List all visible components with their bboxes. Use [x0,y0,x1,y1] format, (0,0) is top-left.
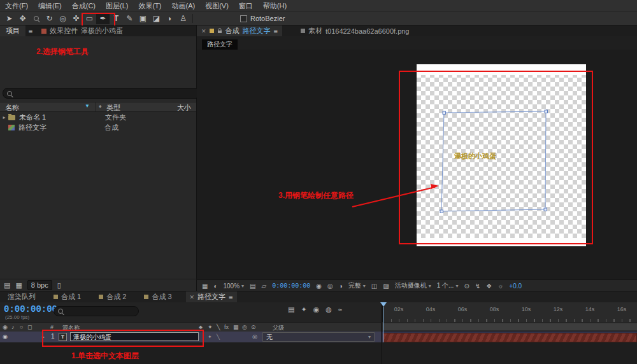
exposure-icon[interactable]: ☼ [497,283,503,290]
column-size[interactable]: 大小 [177,103,191,113]
eraser-tool-icon[interactable]: ◪ [150,13,163,24]
project-footer: ▤ ▦ 8 bpc ▯ [0,279,200,291]
channels-icon[interactable]: ◑ [339,283,343,290]
pixel-aspect-icon[interactable]: ⊙ [464,283,469,290]
panel-menu-icon[interactable]: ≡ [25,27,36,35]
brush-tool-icon[interactable]: ✎ [123,13,136,24]
tab-footage[interactable]: 素材 t0164224baa62a6600f.png [296,25,414,36]
grid-options-icon[interactable]: ▦ [202,283,208,290]
rotobrush-tool-icon[interactable]: ◗ [163,13,176,24]
sort-arrow-icon[interactable]: ▼ [85,103,90,109]
pickwhip-icon[interactable]: ◎ [252,333,257,340]
tab-render-queue[interactable]: 渲染队列 [4,291,39,302]
ruler-label: 02s [394,306,404,312]
eye-icon[interactable]: ◉ [3,333,8,340]
roi-icon[interactable]: ◫ [371,283,377,290]
column-name[interactable]: 名称 [5,103,19,113]
camera-tool-icon[interactable]: ◎ [56,13,69,24]
panel-menu-icon[interactable]: ≡ [274,27,278,35]
selection-tool-icon[interactable]: ➤ [3,13,16,24]
trash-icon[interactable]: ▯ [57,281,61,290]
close-icon[interactable]: ✕ [201,28,206,34]
layer-duration-bar[interactable] [383,333,637,342]
resolution-select[interactable]: 完整▾ [348,281,366,290]
camera-select[interactable]: 活动摄像机▾ [395,281,431,290]
pan-behind-tool-icon[interactable]: ✜ [69,13,83,24]
draft-3d-icon[interactable]: ✦ [301,305,306,314]
hand-tool-icon[interactable]: ✥ [16,13,29,24]
menu-file[interactable]: 文件(F) [5,1,28,11]
interpret-footage-icon[interactable]: ▤ [4,281,10,290]
tab-project[interactable]: 项目 [0,25,25,36]
view-selector[interactable]: 路径文字 [202,39,238,50]
tab-effect-controls[interactable]: 效果控件 瀑极的小鸡蛋 [36,25,129,36]
project-bit-depth[interactable]: 8 bpc [27,280,52,290]
graph-editor-icon[interactable]: ≈ [338,306,342,314]
project-panel: 项目 ≡ 效果控件 瀑极的小鸡蛋 2.选择钢笔工具 名称 ▼ ♦ 类型 大小 ▸ [0,25,197,291]
hide-shy-icon[interactable]: ◉ [313,305,320,314]
item-type: 文件夹 [105,113,126,122]
column-type[interactable]: 类型 [106,103,120,113]
mask-visibility-icon[interactable]: ◐ [213,283,217,290]
close-icon[interactable]: ✕ [190,294,195,300]
toolbar-separator [192,14,193,23]
effect-controls-target: 瀑极的小鸡蛋 [81,26,123,36]
menu-window[interactable]: 窗口 [239,1,253,11]
menu-view[interactable]: 视图(V) [205,1,229,11]
timeline-search-input[interactable] [54,306,139,316]
solo-column-icon: ○ [20,324,23,330]
new-folder-icon[interactable]: ▦ [15,281,22,290]
annotation-step1: 1.单击选中文本图层 [71,351,139,361]
timeline-buttons: ▤ ✦ ◉ ◍ ≈ [288,305,342,314]
project-row-comp[interactable]: 路径文字 合成 [0,123,196,132]
composition-flowchart-icon[interactable]: ▤ [288,305,294,314]
work-area-bar[interactable] [382,323,637,331]
tab-comp-1[interactable]: 合成 1 [50,291,85,302]
rotobezier-label: RotoBezier [250,15,285,22]
composition-canvas[interactable]: 瀑极的小鸡蛋 3.用钢笔绘制任意路径 [197,50,637,279]
quality-switch[interactable]: ╲ [217,334,220,340]
tab-comp-3[interactable]: 合成 3 [140,291,175,302]
menu-edit[interactable]: 编辑(E) [38,1,62,11]
ruler-icon[interactable]: ▱ [262,283,267,290]
collapse-switch[interactable]: ✦ [208,334,212,340]
puppet-pin-tool-icon[interactable]: ♙ [176,13,190,24]
transparency-grid-icon[interactable]: ▨ [383,283,389,290]
project-search-input[interactable] [3,88,201,99]
tab-label: 合成 3 [152,292,171,302]
current-timecode[interactable]: 0:00:00:00 [4,304,57,314]
rotobezier-checkbox[interactable]: RotoBezier [240,15,285,22]
magnification-select[interactable]: 100%▾ [224,283,245,290]
tab-comp-2[interactable]: 合成 2 [95,291,130,302]
preview-timecode[interactable]: 0:00:00:00 [272,283,310,290]
zoom-tool-icon[interactable] [29,13,43,24]
time-ruler[interactable]: 02s 04s 06s 08s 10s 12s 14s 16s [382,302,637,322]
item-name: 未命名 1 [19,113,97,122]
menu-composition[interactable]: 合成(C) [72,1,96,11]
motion-blur-icon[interactable]: ◍ [326,305,332,314]
fast-previews-icon[interactable]: ↯ [475,283,480,290]
playhead[interactable] [380,302,387,307]
mini-flowchart-icon[interactable]: ❖ [486,283,492,290]
snapshot-icon[interactable]: ◉ [316,283,322,290]
guides-icon[interactable]: ▤ [250,283,255,290]
composition-viewer-panel: ✕ 合成 路径文字 ≡ 素材 t0164224baa62a6600f.png 路… [197,25,637,291]
menu-animation[interactable]: 动画(A) [172,1,196,11]
tab-composition[interactable]: ✕ 合成 路径文字 ≡ [197,25,282,36]
rotation-tool-icon[interactable]: ↻ [43,13,56,24]
show-snapshot-icon[interactable]: ◎ [327,283,333,290]
ruler-label: 10s [522,306,531,312]
project-row-folder[interactable]: ▸ 未命名 1 文件夹 [0,113,196,122]
exposure-value[interactable]: +0.0 [509,283,522,290]
tab-path-text[interactable]: ✕ 路径文字 ≡ [186,291,237,302]
clone-stamp-tool-icon[interactable]: ▣ [136,13,150,24]
parent-select[interactable]: 无 ▾ [262,332,375,342]
menu-effect[interactable]: 效果(T) [138,1,161,11]
layer-highlight-annotation [42,330,204,347]
panel-menu-icon[interactable]: ≡ [229,293,233,301]
twirl-icon[interactable]: ▸ [0,115,8,120]
menu-help[interactable]: 帮助(H) [263,1,287,11]
view-layout-select[interactable]: 1 个...▾ [437,281,459,290]
timeline-divider[interactable] [381,302,382,364]
menu-layer[interactable]: 图层(L) [106,1,128,11]
